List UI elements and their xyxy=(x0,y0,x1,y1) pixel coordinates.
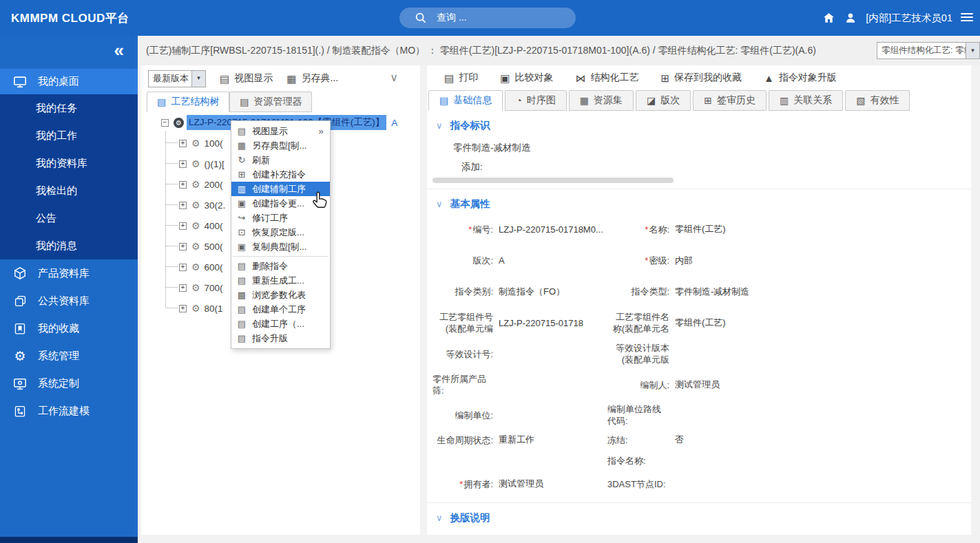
menu-item-refresh[interactable]: 刷新 xyxy=(231,153,330,167)
sidebar-collapse-icon[interactable] xyxy=(114,41,124,59)
expand-expander-icon[interactable] xyxy=(179,181,187,189)
collapse-expander-icon[interactable] xyxy=(161,119,169,127)
menu-item-instruction-upgrade[interactable]: 指令升版 xyxy=(231,331,330,345)
menu-item-copy-typical[interactable]: 复制典型[制... xyxy=(231,239,330,254)
view-icon xyxy=(237,127,247,136)
tab-resource-manager[interactable]: 资源管理器 xyxy=(229,92,312,112)
required-marker: * xyxy=(468,224,472,235)
sidebar-item-desktop[interactable]: 我的桌面 xyxy=(0,69,138,94)
version-filter-select[interactable]: 最新版本 xyxy=(148,70,206,87)
menu-item-restore-original-version[interactable]: 恢复原定版... xyxy=(231,225,330,239)
horizontal-scrollbar[interactable] xyxy=(432,178,674,183)
expand-expander-icon[interactable] xyxy=(179,222,187,230)
menu-item-label: 恢复原定版... xyxy=(252,226,304,239)
create-change-icon xyxy=(237,199,247,208)
tab-process-structure-tree[interactable]: 工艺结构树 xyxy=(147,92,229,112)
sidebar-item-label: 我检出的 xyxy=(36,184,77,198)
print-button[interactable]: 打印 xyxy=(444,72,478,84)
section-collapse-chevron-icon xyxy=(436,200,443,209)
structured-process-button[interactable]: 结构化工艺 xyxy=(575,72,638,84)
home-icon[interactable] xyxy=(822,12,835,24)
menu-item-create-operation[interactable]: 创建工序（... xyxy=(231,317,330,331)
compare-icon xyxy=(500,73,510,83)
operation-gear-icon xyxy=(191,283,200,292)
expand-expander-icon[interactable] xyxy=(179,305,187,312)
section-revision-note[interactable]: 换版说明 xyxy=(432,511,971,524)
menu-item-create-supplement-instruction[interactable]: 创建补充指令 xyxy=(231,167,330,182)
field-value: 测试管理员 xyxy=(675,379,964,391)
more-tools-chevron-icon[interactable] xyxy=(390,72,398,83)
user-icon[interactable] xyxy=(844,12,857,24)
menu-item-delete-instruction[interactable]: 删除指令 xyxy=(231,259,330,273)
tab-label: 有效性 xyxy=(870,94,899,107)
menu-item-revise-operation[interactable]: 修订工序 xyxy=(231,211,330,225)
section-divider xyxy=(427,189,971,189)
sidebar-item-my-library[interactable]: 我的资料库 xyxy=(0,149,138,177)
instruction-type-text: 零件制造-减材制造 xyxy=(453,142,971,154)
sidebar-item-workflow-modeling[interactable]: 工作流建模 xyxy=(0,397,138,425)
button-label: 打印 xyxy=(459,72,478,84)
tab-label: 版次 xyxy=(660,94,680,107)
sidebar-item-favorites[interactable]: 我的收藏 xyxy=(0,315,138,342)
sidebar-item-my-tasks[interactable]: 我的任务 xyxy=(0,94,138,122)
expand-expander-icon[interactable] xyxy=(179,284,187,292)
menu-item-save-as-typical[interactable]: 另存典型[制... xyxy=(231,138,330,153)
tab-versions[interactable]: 版次 xyxy=(636,90,691,111)
expand-expander-icon[interactable] xyxy=(179,160,187,168)
menu-item-create-single-operation[interactable]: 创建单个工序 xyxy=(231,302,330,317)
menu-item-label: 刷新 xyxy=(252,154,270,167)
username: [内部]工艺技术员01 xyxy=(866,12,952,25)
sidebar-item-system-admin[interactable]: 系统管理 xyxy=(0,342,138,370)
sidebar-item-public-library[interactable]: 公共资料库 xyxy=(0,287,138,315)
save-as-typical-button[interactable]: 另存典... xyxy=(286,72,338,85)
menu-item-regenerate[interactable]: 重新生成工... xyxy=(231,273,330,288)
field-label: 版次: xyxy=(432,255,493,266)
menu-item-create-auxiliary-operation[interactable]: 创建辅制工序 xyxy=(231,182,330,196)
view-display-icon xyxy=(220,74,229,84)
section-basic-properties[interactable]: 基本属性 xyxy=(432,198,971,211)
tab-relationships[interactable]: 关联关系 xyxy=(769,90,843,111)
sidebar-item-product-library[interactable]: 产品资料库 xyxy=(0,259,138,287)
menu-item-create-instruction-change[interactable]: 创建指令更... xyxy=(231,196,330,211)
tab-basic-info[interactable]: 基础信息 xyxy=(428,90,503,111)
menu-icon[interactable] xyxy=(961,13,973,21)
tab-resource-set[interactable]: 资源集 xyxy=(569,90,634,111)
expand-expander-icon[interactable] xyxy=(179,202,187,209)
sidebar-item-label: 产品资料库 xyxy=(38,267,90,280)
tree-node-label: 100( xyxy=(205,138,223,149)
instruction-object-icon xyxy=(174,118,184,128)
instruction-object-upgrade-button[interactable]: 指令对象升版 xyxy=(764,72,837,84)
compare-objects-button[interactable]: 比较对象 xyxy=(500,72,553,84)
operation-gear-icon xyxy=(191,180,200,189)
copy-icon xyxy=(237,242,247,251)
field-value: 重新工作 xyxy=(499,434,602,446)
context-selector-dropdown-button[interactable] xyxy=(966,43,979,58)
sidebar-item-checked-out[interactable]: 我检出的 xyxy=(0,177,138,204)
workflow-icon xyxy=(12,405,28,418)
sidebar-item-system-custom[interactable]: 系统定制 xyxy=(0,370,138,397)
context-selector[interactable]: 零组件结构化工艺: 零组... xyxy=(877,42,980,59)
tab-approval-history[interactable]: 签审历史 xyxy=(693,90,767,111)
global-search[interactable]: 查询 ... xyxy=(399,8,576,28)
field-row: 工艺零组件号(装配单元编号): LZJ-P-220715-01718 工艺零组件… xyxy=(432,307,971,339)
sidebar-submenu: 我的任务 我的工作 我的资料库 我检出的 公告 我的消息 xyxy=(0,94,138,259)
field-label: 编制单位: xyxy=(432,409,493,421)
tab-sequence-diagram[interactable]: 时序图 xyxy=(505,90,566,111)
menu-item-view-display[interactable]: 视图显示 xyxy=(231,124,330,138)
tab-validity[interactable]: 有效性 xyxy=(845,90,910,111)
section-instruction-identity[interactable]: 指令标识 xyxy=(432,119,971,132)
expand-expander-icon[interactable] xyxy=(179,243,187,251)
save-to-favorites-button[interactable]: 保存到我的收藏 xyxy=(660,72,742,84)
view-display-button[interactable]: 视图显示 xyxy=(220,72,273,85)
version-filter-dropdown-button[interactable] xyxy=(191,71,205,87)
sidebar-item-my-messages[interactable]: 我的消息 xyxy=(0,232,138,259)
sidebar-item-my-work[interactable]: 我的工作 xyxy=(0,122,138,149)
tree-context-menu: 视图显示 另存典型[制... 刷新 创建补充指令 创建辅制工序 创建指令更...… xyxy=(231,120,331,349)
menu-item-browse-parametric-table[interactable]: 浏览参数化表 xyxy=(231,288,330,302)
operation-gear-icon xyxy=(191,262,200,272)
sidebar-item-announcements[interactable]: 公告 xyxy=(0,204,138,232)
menu-item-label: 创建单个工序 xyxy=(252,304,306,316)
create-plus-icon xyxy=(237,170,247,179)
expand-expander-icon[interactable] xyxy=(179,264,187,271)
expand-expander-icon[interactable] xyxy=(179,140,187,147)
